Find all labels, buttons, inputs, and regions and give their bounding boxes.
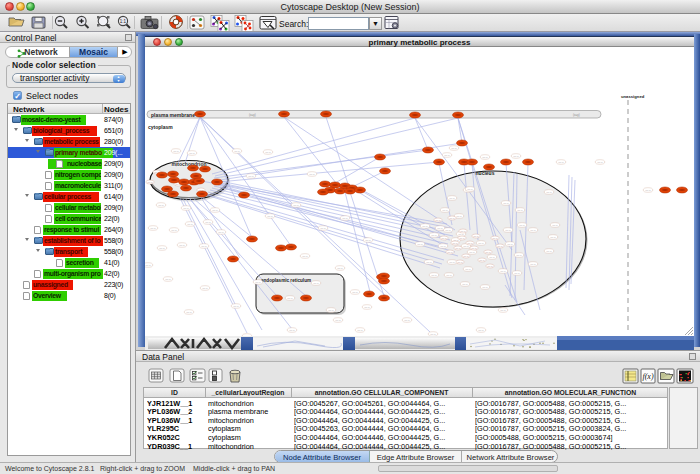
svg-text:(xx-x): (xx-x)	[342, 217, 348, 219]
svg-text:(xx-x): (xx-x)	[165, 278, 171, 280]
svg-text:(xx-x): (xx-x)	[478, 329, 484, 331]
svg-text:(xx-x): (xx-x)	[287, 297, 293, 299]
svg-text:(xx-x): (xx-x)	[293, 204, 299, 206]
svg-text:(xx-x): (xx-x)	[503, 202, 509, 204]
svg-text:(xx-x): (xx-x)	[289, 329, 295, 331]
svg-text:(xx-x): (xx-x)	[455, 247, 461, 249]
svg-text:(xx-x): (xx-x)	[489, 256, 495, 258]
svg-text:(xx-x): (xx-x)	[463, 255, 469, 257]
svg-text:(xx-x): (xx-x)	[158, 204, 164, 206]
svg-text:(xx-x): (xx-x)	[365, 239, 371, 241]
svg-text:(xx-x): (xx-x)	[234, 150, 240, 152]
svg-text:unassigned: unassigned	[621, 94, 645, 99]
svg-text:nucleus: nucleus	[476, 170, 495, 176]
svg-text:(xx-x): (xx-x)	[530, 263, 536, 265]
svg-text:(xx-x): (xx-x)	[451, 147, 457, 149]
svg-text:(xx-x): (xx-x)	[479, 259, 485, 261]
svg-text:(xx-x): (xx-x)	[431, 234, 437, 236]
svg-text:(xx-x): (xx-x)	[478, 242, 484, 244]
svg-text:(xx-x): (xx-x)	[201, 245, 207, 247]
svg-text:(xx-x): (xx-x)	[430, 333, 436, 335]
svg-text:(xx-x): (xx-x)	[457, 261, 463, 263]
svg-text:(xx-x): (xx-x)	[449, 217, 455, 219]
svg-text:(xx-x): (xx-x)	[302, 255, 308, 257]
svg-text:(xx-x): (xx-x)	[447, 251, 453, 253]
svg-text:(xx-x): (xx-x)	[422, 225, 428, 227]
svg-text:(xx-x): (xx-x)	[248, 175, 254, 177]
svg-text:cytoplasm: cytoplasm	[148, 124, 173, 130]
svg-text:(xx-x): (xx-x)	[449, 261, 455, 263]
svg-text:(xx-x): (xx-x)	[546, 250, 552, 252]
svg-text:(xx-x): (xx-x)	[444, 154, 450, 156]
svg-text:(xx-x): (xx-x)	[485, 251, 491, 253]
svg-text:(xx-x): (xx-x)	[514, 272, 520, 274]
svg-text:(xx-x): (xx-x)	[505, 229, 511, 231]
svg-text:(xx-x): (xx-x)	[497, 245, 503, 247]
svg-text:(xx-x): (xx-x)	[449, 197, 455, 199]
svg-text:(xx-x): (xx-x)	[513, 155, 519, 157]
svg-text:(xx-x): (xx-x)	[482, 286, 488, 288]
svg-text:(xx-x): (xx-x)	[465, 268, 471, 270]
svg-text:(xx-x): (xx-x)	[189, 152, 195, 154]
svg-text:1:1: 1:1	[120, 19, 127, 24]
svg-text:(xx-x): (xx-x)	[212, 209, 218, 211]
svg-text:(xx-x): (xx-x)	[173, 150, 179, 152]
svg-text:(xx-x): (xx-x)	[145, 264, 151, 266]
svg-text:(xx-x): (xx-x)	[364, 306, 370, 308]
svg-text:(xx-x): (xx-x)	[150, 227, 156, 229]
svg-text:(xx-x): (xx-x)	[482, 156, 488, 158]
svg-text:(xx-x): (xx-x)	[442, 209, 448, 211]
svg-text:(xx-x): (xx-x)	[320, 227, 326, 229]
svg-text:(xx-x): (xx-x)	[517, 209, 523, 211]
svg-text:(x=y): (x=y)	[249, 113, 256, 117]
svg-text:(xx-x): (xx-x)	[218, 231, 224, 233]
svg-text:(xx-x): (xx-x)	[500, 309, 506, 311]
svg-text:(xx-x): (xx-x)	[435, 219, 441, 221]
svg-text:(xx-x): (xx-x)	[456, 215, 462, 217]
svg-text:(xx-x): (xx-x)	[645, 189, 651, 191]
svg-text:(xx-x): (xx-x)	[467, 188, 473, 190]
svg-text:(x=y): (x=y)	[573, 113, 580, 117]
svg-text:(xx-x): (xx-x)	[473, 235, 479, 237]
svg-text:(xx-x): (xx-x)	[530, 229, 536, 231]
svg-text:(xx-x): (xx-x)	[459, 237, 465, 239]
svg-text:plasma membrane: plasma membrane	[151, 112, 195, 118]
svg-text:(xx-x): (xx-x)	[352, 291, 358, 293]
svg-text:(xx-x): (xx-x)	[205, 221, 211, 223]
svg-text:(xx-x): (xx-x)	[335, 319, 341, 321]
svg-text:(xx-x): (xx-x)	[337, 267, 343, 269]
svg-text:(xx-x): (xx-x)	[431, 274, 437, 276]
svg-text:(xx-x): (xx-x)	[471, 247, 477, 249]
svg-text:(xx-x): (xx-x)	[550, 236, 556, 238]
svg-text:(xx-x): (xx-x)	[597, 161, 603, 163]
svg-text:(xx-x): (xx-x)	[467, 242, 473, 244]
svg-text:(xx-x): (xx-x)	[404, 319, 410, 321]
svg-text:(xx-x): (xx-x)	[328, 309, 334, 311]
svg-text:(xx-x): (xx-x)	[500, 270, 506, 272]
svg-text:endoplasmic reticulum: endoplasmic reticulum	[261, 278, 311, 283]
svg-text:(xx-x): (xx-x)	[552, 224, 558, 226]
svg-text:(xx-x): (xx-x)	[198, 189, 204, 191]
svg-text:(xx-x): (xx-x)	[487, 265, 493, 267]
svg-text:(xx-x): (xx-x)	[147, 181, 153, 183]
svg-text:(xx-x): (xx-x)	[445, 229, 451, 231]
svg-text:(xx-x): (xx-x)	[458, 233, 464, 235]
svg-text:(xx-x): (xx-x)	[313, 282, 319, 284]
svg-text:(xx-x): (xx-x)	[558, 161, 564, 163]
svg-text:(xx-x): (xx-x)	[460, 230, 466, 232]
svg-text:(xx-x): (xx-x)	[441, 237, 447, 239]
svg-text:(xx-x): (xx-x)	[519, 224, 525, 226]
svg-text:(xx-x): (xx-x)	[202, 287, 208, 289]
svg-text:(xx-x): (xx-x)	[357, 329, 363, 331]
svg-text:(xx-x): (xx-x)	[171, 229, 177, 231]
svg-text:(xx-x): (xx-x)	[452, 242, 458, 244]
svg-text:(xx-x): (xx-x)	[187, 223, 193, 225]
svg-text:(xx-x): (xx-x)	[440, 245, 446, 247]
svg-text:(xx-x): (xx-x)	[437, 227, 443, 229]
svg-text:(xx-x): (xx-x)	[426, 261, 432, 263]
svg-text:(xx-x): (xx-x)	[463, 245, 469, 247]
svg-text:(xx-x): (xx-x)	[309, 173, 315, 175]
svg-text:(xx-x): (xx-x)	[267, 215, 273, 217]
svg-text:(xx-x): (xx-x)	[462, 283, 468, 285]
svg-text:(xx-x): (xx-x)	[446, 274, 452, 276]
